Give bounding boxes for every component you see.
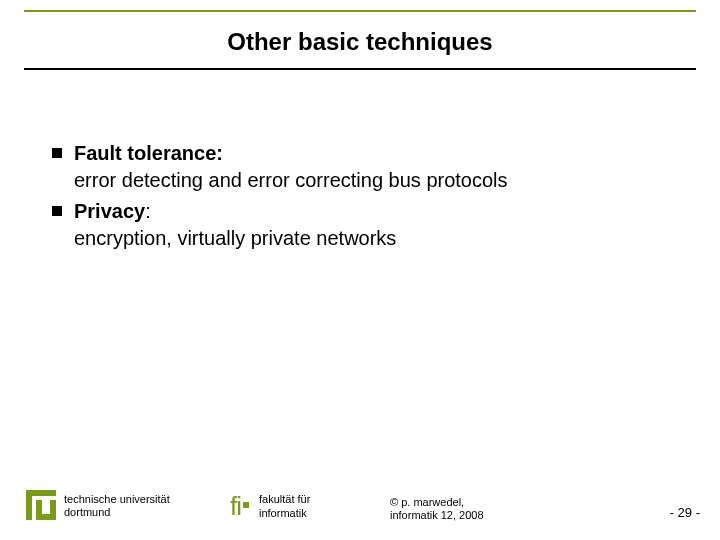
bullet-body: error detecting and error correcting bus… [74,169,508,191]
fi-line1: fakultät für [259,493,310,506]
copy-line1: © p. marwedel, [390,496,484,509]
tu-logo-icon [26,490,56,520]
tu-line1: technische universität [64,493,170,506]
fi-text: fakultät für informatik [259,493,310,519]
slide-title: Other basic techniques [0,28,720,56]
fi-logo-icon: fi [230,491,249,522]
top-divider [24,10,696,12]
bullet-head: Fault tolerance: [74,142,223,164]
copyright: © p. marwedel, informatik 12, 2008 [390,496,484,522]
page-number: - 29 - [670,505,700,520]
svg-rect-4 [50,500,56,520]
tu-logo-block: technische universität dortmund [26,490,170,522]
tu-line2: dortmund [64,506,170,519]
fi-line2: informatik [259,507,310,520]
bullet-item: Privacy: encryption, virtually private n… [52,198,660,252]
bullet-head: Privacy [74,200,145,222]
bullet-body: encryption, virtually private networks [74,227,396,249]
content-area: Fault tolerance: error detecting and err… [52,140,660,256]
tu-text: technische universität dortmund [64,493,170,519]
copy-line2: informatik 12, 2008 [390,509,484,522]
bullet-item: Fault tolerance: error detecting and err… [52,140,660,194]
fi-logo-block: fi fakultät für informatik [230,491,310,522]
title-divider [24,68,696,70]
svg-rect-1 [26,490,32,520]
footer: technische universität dortmund fi fakul… [0,480,720,540]
